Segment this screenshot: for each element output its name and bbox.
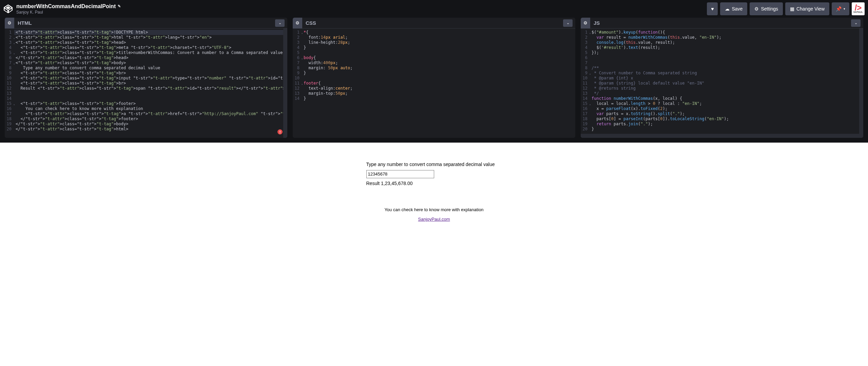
css-settings-button[interactable]: ⚙ xyxy=(293,18,302,29)
code-line[interactable]: 1<"t-str">"t-attr">class="t-str">"t-tag"… xyxy=(5,30,287,35)
js-collapse-button[interactable]: ⌄ xyxy=(851,19,861,27)
css-editor: ⚙ CSS ⌄ 1▾*{2 font:14px arial;3 line-hei… xyxy=(293,18,575,138)
code-line[interactable]: 20</"t-str">"t-attr">class="t-str">"t-ta… xyxy=(5,127,287,132)
editors-row: ⚙ HTML ⌄ 1<"t-str">"t-attr">class="t-str… xyxy=(0,18,868,143)
code-line[interactable]: 15▾ local = local.length > 0 ? local : "… xyxy=(581,101,863,106)
code-line[interactable]: 7 xyxy=(581,60,863,66)
code-line[interactable]: 3▾<"t-str">"t-attr">class="t-str">"t-tag… xyxy=(5,40,287,45)
settings-button[interactable]: ⚙ Settings xyxy=(750,2,783,15)
codepen-logo[interactable] xyxy=(3,4,13,14)
code-line[interactable]: 19</"t-str">"t-attr">class="t-str">"t-ta… xyxy=(5,122,287,127)
css-collapse-button[interactable]: ⌄ xyxy=(563,19,573,27)
code-line[interactable]: 13 xyxy=(5,91,287,96)
code-line[interactable]: 8 Type any number to convert comma separ… xyxy=(5,66,287,71)
code-line[interactable]: 10 <"t-str">"t-attr">class="t-str">"t-ta… xyxy=(5,76,287,81)
code-line[interactable]: 4 <"t-str">"t-attr">class="t-str">"t-tag… xyxy=(5,45,287,50)
scrollbar-horizontal[interactable] xyxy=(581,134,859,138)
code-line[interactable]: 2 var result = numberWithCommas(this.val… xyxy=(581,35,863,40)
settings-label: Settings xyxy=(761,6,778,12)
html-editor: ⚙ HTML ⌄ 1<"t-str">"t-attr">class="t-str… xyxy=(5,18,287,138)
code-line[interactable]: 15▾ <"t-str">"t-attr">class="t-str">"t-t… xyxy=(5,101,287,106)
avatar-slash-icon: /> xyxy=(855,5,862,11)
pin-button[interactable]: 📌 ▾ xyxy=(832,2,849,15)
code-line[interactable]: 8/** xyxy=(581,66,863,71)
code-line[interactable]: 6 xyxy=(581,55,863,60)
html-code-area[interactable]: 1<"t-str">"t-attr">class="t-str">"t-tag"… xyxy=(5,29,287,138)
chevron-down-icon: ⌄ xyxy=(278,21,282,25)
code-line[interactable]: 18 parts[0] = parseInt(parts[0]).toLocal… xyxy=(581,116,863,122)
heart-button[interactable]: ♥ xyxy=(707,2,718,15)
footer-link[interactable]: SanjoyPaul.com xyxy=(418,217,450,222)
code-line[interactable]: 12 text-align:center; xyxy=(293,86,575,91)
amount-input[interactable] xyxy=(366,170,434,178)
code-line[interactable]: 8 margin: 50px auto; xyxy=(293,66,575,71)
app-header: numberWithCommasAndDecimalPoint ✎ Sanjoy… xyxy=(0,0,868,18)
code-line[interactable]: 13 */ xyxy=(581,91,863,96)
code-line[interactable]: 5▾ <"t-str">"t-attr">class="t-str">"t-ta… xyxy=(5,50,287,55)
code-line[interactable]: 11 <"t-str">"t-attr">class="t-str">"t-ta… xyxy=(5,81,287,86)
code-line[interactable]: 4 $('#result').text(result); xyxy=(581,45,863,50)
scrollbar-vertical[interactable] xyxy=(859,29,863,138)
code-line[interactable]: 13 margin-top:50px; xyxy=(293,91,575,96)
css-code-area[interactable]: 1▾*{2 font:14px arial;3 line-height:28px… xyxy=(293,29,575,138)
pen-title[interactable]: numberWithCommasAndDecimalPoint ✎ xyxy=(16,3,121,10)
avatar[interactable]: /> SKPAUL xyxy=(852,2,865,15)
code-line[interactable]: 20} xyxy=(581,127,863,132)
code-line[interactable]: 10 * @param {int} x xyxy=(581,76,863,81)
code-line[interactable]: 14 xyxy=(5,96,287,101)
code-line[interactable]: 12 * @returns string xyxy=(581,86,863,91)
pen-author[interactable]: Sanjoy K. Paul xyxy=(16,10,121,15)
code-line[interactable]: 9 <"t-str">"t-attr">class="t-str">"t-tag… xyxy=(5,71,287,76)
code-line[interactable]: 2 font:14px arial; xyxy=(293,35,575,40)
code-line[interactable]: 17 <"t-str">"t-attr">class="t-str">"t-ta… xyxy=(5,111,287,116)
code-line[interactable]: 4} xyxy=(293,45,575,50)
error-badge[interactable]: ! xyxy=(277,129,283,134)
code-line[interactable]: 17 var parts = x.toString().split("."); xyxy=(581,111,863,116)
code-line[interactable]: 18 </"t-str">"t-attr">class="t-str">"t-t… xyxy=(5,116,287,122)
code-line[interactable]: 12 Result <"t-str">"t-attr">class="t-str… xyxy=(5,86,287,91)
gear-icon: ⚙ xyxy=(7,20,12,25)
change-view-button[interactable]: ▦ Change View xyxy=(785,2,829,15)
change-view-label: Change View xyxy=(796,6,825,12)
code-line[interactable]: 16 x = parseFloat(x).toFixed(2); xyxy=(581,106,863,111)
save-button[interactable]: ☁ Save xyxy=(720,2,747,15)
code-line[interactable]: 5 xyxy=(293,50,575,55)
code-line[interactable]: 3 console.log(this.value, result); xyxy=(581,40,863,45)
pencil-icon[interactable]: ✎ xyxy=(118,4,121,8)
chevron-down-icon: ⌄ xyxy=(566,21,570,25)
css-editor-title: CSS xyxy=(306,20,563,26)
html-collapse-button[interactable]: ⌄ xyxy=(275,19,285,27)
code-line[interactable]: 11 * @param {string} local default value… xyxy=(581,81,863,86)
code-line[interactable]: 7 width:400px; xyxy=(293,60,575,66)
html-settings-button[interactable]: ⚙ xyxy=(5,18,14,29)
output-prompt: Type any number to convert comma separat… xyxy=(366,160,502,169)
result-value: 1,23,45,678.00 xyxy=(381,181,412,186)
output-footer: You can check here to know more with exp… xyxy=(366,205,502,224)
output-result-line: Result 1,23,45,678.00 xyxy=(366,179,502,188)
code-line[interactable]: 19 return parts.join("."); xyxy=(581,122,863,127)
code-line[interactable]: 2▾<"t-str">"t-attr">class="t-str">"t-tag… xyxy=(5,35,287,40)
code-line[interactable]: 9▾ * Convert number to Comma separated s… xyxy=(581,71,863,76)
code-line[interactable]: 10 xyxy=(293,76,575,81)
js-editor-title: JS xyxy=(594,20,851,26)
code-line[interactable]: 5}); xyxy=(581,50,863,55)
avatar-text: SKPAUL xyxy=(853,11,863,13)
gear-icon: ⚙ xyxy=(295,20,300,25)
js-code-area[interactable]: 1▾$("#amount").keyup(function(){2 var re… xyxy=(581,29,863,138)
code-line[interactable]: 14} xyxy=(293,96,575,101)
code-line[interactable]: 9} xyxy=(293,71,575,76)
code-line[interactable]: 14function numberWithCommas(x, local) { xyxy=(581,96,863,101)
scrollbar-vertical[interactable] xyxy=(283,29,287,138)
code-line[interactable]: 1▾$("#amount").keyup(function(){ xyxy=(581,30,863,35)
code-line[interactable]: 16 You can check here to know more with … xyxy=(5,106,287,111)
code-line[interactable]: 6▾body{ xyxy=(293,55,575,60)
css-editor-header: ⚙ CSS ⌄ xyxy=(293,18,575,29)
js-settings-button[interactable]: ⚙ xyxy=(581,18,590,29)
code-line[interactable]: 7▾<"t-str">"t-attr">class="t-str">"t-tag… xyxy=(5,60,287,66)
output-frame: Type any number to convert comma separat… xyxy=(0,143,868,366)
code-line[interactable]: 11▾footer{ xyxy=(293,81,575,86)
code-line[interactable]: 6</"t-str">"t-attr">class="t-str">"t-tag… xyxy=(5,55,287,60)
code-line[interactable]: 1▾*{ xyxy=(293,30,575,35)
result-label: Result xyxy=(366,181,380,186)
code-line[interactable]: 3 line-height:28px; xyxy=(293,40,575,45)
